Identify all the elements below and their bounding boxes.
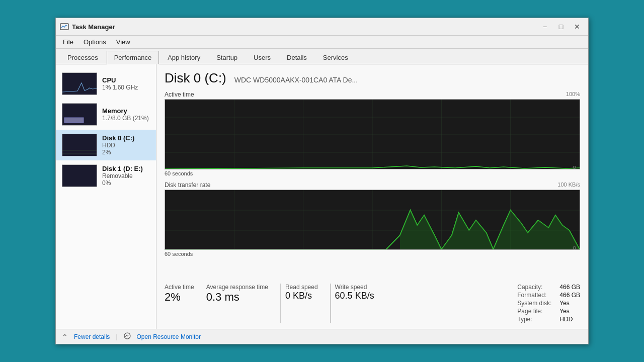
tab-app-history[interactable]: App history <box>160 51 208 64</box>
menu-view[interactable]: View <box>111 37 135 47</box>
formatted-label: Formatted: <box>517 292 551 299</box>
title-bar: Task Manager − □ ✕ <box>56 18 588 36</box>
disk-transfer-chart-label: Disk transfer rate 100 KB/s <box>165 182 580 189</box>
type-label: Type: <box>517 316 551 323</box>
active-time-chart: 0 <box>165 99 580 169</box>
tab-processes[interactable]: Processes <box>60 51 106 64</box>
tab-bar: Processes Performance App history Startu… <box>56 49 588 64</box>
content-area: CPU 1% 1.60 GHz Memory 1.7/8.0 GB (21%) <box>56 64 588 329</box>
svg-rect-3 <box>64 118 84 123</box>
cpu-thumbnail <box>62 72 97 95</box>
panel-title: Disk 0 (C:) WDC WD5000AAKX-001CA0 ATA De… <box>165 70 580 86</box>
stat-avg-response-value: 0.3 ms <box>206 291 268 304</box>
disk0-thumbnail <box>62 134 97 156</box>
svg-text:0: 0 <box>573 245 576 250</box>
stat-avg-response: Average response time 0.3 ms <box>206 284 268 323</box>
task-manager-window: Task Manager − □ ✕ File Options View Pro… <box>55 18 589 344</box>
formatted-value: 466 GB <box>559 292 580 299</box>
title-bar-controls: − □ ✕ <box>538 21 584 32</box>
right-stats: Capacity: 466 GB Formatted: 466 GB Syste… <box>517 284 580 323</box>
menu-file[interactable]: File <box>58 37 78 47</box>
menu-options[interactable]: Options <box>78 37 111 47</box>
sidebar: CPU 1% 1.60 GHz Memory 1.7/8.0 GB (21%) <box>56 64 156 329</box>
fewer-details-link[interactable]: Fewer details <box>74 333 110 340</box>
stat-write-speed-value: 60.5 KB/s <box>335 291 374 301</box>
title-bar-left: Task Manager <box>60 22 115 31</box>
svg-text:0: 0 <box>573 165 576 169</box>
disk1-thumbnail <box>62 164 97 187</box>
tab-performance[interactable]: Performance <box>107 51 159 64</box>
stat-write-speed: Write speed 60.5 KB/s <box>330 284 374 323</box>
stat-read-speed-value: 0 KB/s <box>285 291 318 301</box>
page-file-value: Yes <box>559 308 580 315</box>
stat-avg-response-label: Average response time <box>206 284 268 291</box>
memory-sub: 1.7/8.0 GB (21%) <box>102 115 150 122</box>
cpu-info: CPU 1% 1.60 GHz <box>102 76 150 91</box>
disk1-name: Disk 1 (D: E:) <box>102 165 150 172</box>
minimize-button[interactable]: − <box>538 21 552 32</box>
charts-area: Active time 100% <box>165 91 580 280</box>
chevron-up-icon: ⌃ <box>62 333 68 341</box>
stats-row: Active time 2% Average response time 0.3… <box>165 284 580 323</box>
sidebar-item-disk1[interactable]: Disk 1 (D: E:) Removable 0% <box>56 160 156 191</box>
memory-thumbnail <box>62 103 97 126</box>
capacity-value: 466 GB <box>559 284 580 291</box>
stat-write-speed-label: Write speed <box>335 284 374 291</box>
svg-point-29 <box>124 333 130 339</box>
tab-startup[interactable]: Startup <box>209 51 245 64</box>
memory-name: Memory <box>102 107 150 115</box>
system-disk-value: Yes <box>559 300 580 307</box>
disk0-name: Disk 0 (C:) <box>102 134 150 142</box>
disk0-sub2: 2% <box>102 149 150 156</box>
active-time-time-label: 60 seconds <box>165 170 580 176</box>
stat-active-time-value: 2% <box>165 291 194 304</box>
footer-bar: ⌃ Fewer details | Open Resource Monitor <box>56 329 588 344</box>
sidebar-item-disk0[interactable]: Disk 0 (C:) HDD 2% <box>56 130 156 160</box>
active-time-chart-container: Active time 100% <box>165 91 580 176</box>
sidebar-item-memory[interactable]: Memory 1.7/8.0 GB (21%) <box>56 99 156 130</box>
tab-details[interactable]: Details <box>279 51 314 64</box>
device-name: WDC WD5000AAKX-001CA0 ATA De... <box>234 76 358 84</box>
restore-button[interactable]: □ <box>554 21 568 32</box>
stat-active-time-label: Active time <box>165 284 194 291</box>
disk0-info: Disk 0 (C:) HDD 2% <box>102 134 150 156</box>
stat-speeds: Read speed 0 KB/s <box>280 284 318 323</box>
disk-transfer-time-label: 60 seconds <box>165 251 580 257</box>
main-panel: Disk 0 (C:) WDC WD5000AAKX-001CA0 ATA De… <box>156 64 588 329</box>
disk1-info: Disk 1 (D: E:) Removable 0% <box>102 165 150 187</box>
resource-monitor-icon <box>124 332 131 341</box>
disk1-sub2: 0% <box>102 179 150 187</box>
open-resource-monitor-link[interactable]: Open Resource Monitor <box>137 333 201 340</box>
svg-rect-8 <box>62 165 97 187</box>
system-disk-label: System disk: <box>517 300 551 307</box>
disk-title: Disk 0 (C:) <box>165 70 226 86</box>
svg-rect-5 <box>62 134 97 156</box>
disk-transfer-chart-container: Disk transfer rate 100 KB/s <box>165 182 580 257</box>
cpu-name: CPU <box>102 76 150 84</box>
close-button[interactable]: ✕ <box>570 21 584 32</box>
tab-services[interactable]: Services <box>315 51 356 64</box>
cpu-sub: 1% 1.60 GHz <box>102 84 150 91</box>
active-time-chart-label: Active time 100% <box>165 91 580 98</box>
menu-bar: File Options View <box>56 36 588 49</box>
sidebar-item-cpu[interactable]: CPU 1% 1.60 GHz <box>56 68 156 99</box>
tab-users[interactable]: Users <box>246 51 278 64</box>
stat-read-speed-label: Read speed <box>285 284 318 291</box>
stat-active-time: Active time 2% <box>165 284 194 323</box>
memory-info: Memory 1.7/8.0 GB (21%) <box>102 107 150 122</box>
disk-transfer-chart: 0 <box>165 190 580 250</box>
capacity-label: Capacity: <box>517 284 551 291</box>
disk0-sub1: HDD <box>102 142 150 149</box>
svg-rect-1 <box>62 73 97 95</box>
footer-separator: | <box>116 333 117 340</box>
page-file-label: Page file: <box>517 308 551 315</box>
disk1-sub1: Removable <box>102 172 150 179</box>
app-icon <box>60 22 69 31</box>
window-title: Task Manager <box>72 23 115 31</box>
type-value: HDD <box>559 316 580 323</box>
